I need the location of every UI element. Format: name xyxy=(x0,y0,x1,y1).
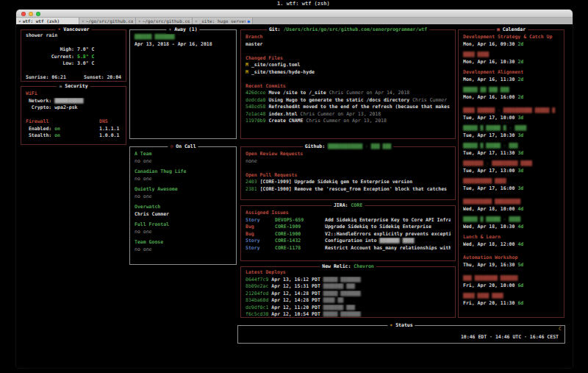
calendar-event: █████ █ █████ - ███ Tue, Apr 17, 11:30 3… xyxy=(463,143,559,157)
calendar-event: Automation Workshop Thu, Apr 19, 16:30 5… xyxy=(463,255,559,269)
event-date: Fri, Apr 20, 10:00 xyxy=(463,283,514,288)
desktop: { "desktop": { "window_title": "1. wtf: … xyxy=(0,0,588,373)
weather-low-value: 3.0° C xyxy=(77,60,94,66)
event-date: Tue, Apr 17, 16:00 xyxy=(463,185,514,191)
calendar-event: ██████████ █████████ Wed, Apr 18, 10:00 … xyxy=(463,199,559,213)
weather-low-label: Low: xyxy=(26,60,74,68)
newrelic-widget: New Relic: Chevron Latest Deploys 0644f7… xyxy=(240,266,456,318)
tab-close-icon[interactable]: × xyxy=(82,18,85,24)
weather-widget: ☂ Vancouver shower rain High:7.0° C Curr… xyxy=(21,29,126,82)
deploy-when: Apr 12, 10:54 PDT xyxy=(271,311,320,317)
calendar-event: Development Strategy & Catch Up Mon, Apr… xyxy=(463,34,559,48)
away-title: Away (1) xyxy=(174,26,197,32)
issue-key: CORE-1900 xyxy=(275,231,325,238)
oncall-team: A Team no one xyxy=(135,151,232,165)
issue-row: StoryCORE-1178Restrict Account has_many … xyxy=(245,245,451,252)
tab-close-icon[interactable]: × xyxy=(18,18,21,24)
sunrise-label: Sunrise: xyxy=(26,74,49,80)
terminal-content: ☂ Vancouver shower rain High:7.0° C Curr… xyxy=(16,24,573,368)
deploy-row: f6c5cd30Apr 12, 10:54 PDT█████ ███████ xyxy=(245,311,451,317)
event-countdown: 3d xyxy=(517,185,523,191)
issue-row: StoryDEVOPS-659Add Sidekiq Enterprise Ke… xyxy=(245,217,451,224)
network-value-redacted: ██████████ xyxy=(54,98,83,104)
commit-hash: 548ed58 xyxy=(245,104,265,110)
commit-row: 11970b9Create CNAMEChris Cummer on Apr 1… xyxy=(245,118,451,125)
recent-commits-header: Recent Commits xyxy=(245,83,451,90)
tab-close-icon[interactable]: × xyxy=(138,18,141,24)
calendar-event: Development Alignment Mon, Apr 16, 11:30… xyxy=(463,69,559,83)
deploy-hash: de9df0c1 xyxy=(245,305,268,310)
firewall-stealth-value: on xyxy=(54,132,60,138)
commit-message: RefreshedAt moved to the end of the refr… xyxy=(268,104,450,110)
issue-type: Bug xyxy=(245,224,275,231)
event-title-redacted: ████ ████ xyxy=(463,51,559,59)
team-person: no one xyxy=(135,158,232,166)
team-name: A Team xyxy=(135,151,232,158)
branch-name: master xyxy=(245,41,451,49)
issue-row: StoryCORE-1432Configuration into ███████… xyxy=(245,238,451,245)
event-title-redacted: ████ ████ ████ xyxy=(463,293,559,300)
calendar-widget: ▦ Calendar Development Strategy & Catch … xyxy=(458,29,564,318)
weather-icon: ☂ xyxy=(57,26,60,32)
event-title: Lunch & Learn xyxy=(463,234,559,241)
status-title: Status xyxy=(395,322,412,328)
tab-senor-1[interactable]: × ~/go/src/github.com/senor... xyxy=(79,18,136,24)
event-date: Tue, Apr 17, 11:30 xyxy=(463,150,514,156)
jira-title: JIRA: xyxy=(334,202,348,208)
weather-high-label: High: xyxy=(26,46,74,54)
deploy-hash: 21204fed xyxy=(245,291,268,296)
event-countdown: 4d xyxy=(517,241,523,247)
calendar-event: █████ █ █████ - ████ Wed, Apr 18, 10:30 … xyxy=(463,216,559,230)
tab-label: _site: hugo server (zsh) xyxy=(199,18,246,24)
commit-row: 426dceeMove /site to /_siteChris Cummer … xyxy=(245,90,451,97)
calendar-event: Lunch & Learn Wed, Apr 18, 12:00 4d xyxy=(463,234,559,248)
deploy-when: Apr 12, 14:28 PDT xyxy=(271,291,320,296)
deploy-row: de9df0c1Apr 12, 11:20 PDT███████ ███ xyxy=(245,305,451,312)
changed-files-header: Changed Files xyxy=(245,55,451,63)
team-person: no one xyxy=(135,229,232,236)
tab-label: ~/go/src/github.com/senor... xyxy=(86,18,133,24)
oncall-team: Overwatch Chris Cummer xyxy=(135,204,232,218)
deploy-when: Apr 12, 14:28 PDT xyxy=(271,297,320,303)
event-title-redacted: ████ ██████ - ██████████ █████ █ xyxy=(463,107,559,115)
team-person: Chris Cummer xyxy=(135,211,232,219)
close-button[interactable] xyxy=(21,12,26,16)
commit-hash: 7e1ac48 xyxy=(245,111,265,117)
titlebar[interactable] xyxy=(16,10,573,18)
zoom-button[interactable] xyxy=(36,12,40,16)
sunrise-value: 06:21 xyxy=(51,74,66,80)
security-widget: ☠ Security WiFi Network: ██████████ Cryp… xyxy=(21,86,126,145)
git-repo-path: /Users/chris/go/src/github.com/senorprog… xyxy=(283,26,427,32)
newrelic-title: New Relic: xyxy=(322,263,351,269)
event-countdown: 3d xyxy=(517,132,523,138)
review-requests-empty: none xyxy=(245,158,451,166)
deploy-by-redacted: ███████ ███ xyxy=(323,283,355,289)
firewall-header: Firewall xyxy=(26,118,99,126)
tab-senor-2[interactable]: × ~/go/src/github.com/senor... xyxy=(136,18,193,24)
deploy-row: 0644f7c9Apr 13, 16:12 PDT█████ ███████ xyxy=(245,277,451,284)
tab-wtf[interactable]: × wtf: wtf (zsh) xyxy=(16,18,79,24)
event-countdown: 4d xyxy=(517,224,523,230)
team-person: no one xyxy=(135,193,232,201)
moon-icon: ☾ xyxy=(559,326,562,332)
file-path: _site/config.toml xyxy=(251,62,301,68)
event-title: Development Strategy & Catch Up xyxy=(463,34,559,41)
tab-hugo-server[interactable]: × _site: hugo server (zsh) ● xyxy=(193,18,253,24)
tab-close-icon[interactable]: × xyxy=(195,18,198,24)
pull-requests-header: Open Pull Requests xyxy=(245,172,451,180)
event-date: Tue, Apr 17, 10:00 xyxy=(463,115,514,121)
event-countdown: 6d xyxy=(517,283,523,288)
tab-label: wtf: wtf (zsh) xyxy=(23,18,60,24)
weather-current-value: 5.8° C xyxy=(77,54,94,60)
network-label: Network: xyxy=(29,98,51,104)
event-date: Wed, Apr 18, 10:00 xyxy=(463,206,514,212)
minimize-button[interactable] xyxy=(29,12,33,16)
commit-message: Create CNAME xyxy=(268,118,303,124)
sunset-value: 20:04 xyxy=(107,74,121,80)
weather-high-value: 7.0° C xyxy=(77,46,94,52)
calendar-event: █████ █ █████ █ - ████ Tue, Apr 17, 10:3… xyxy=(463,125,559,139)
issue-title: Restrict Account has_many relationships … xyxy=(325,245,451,251)
event-date: Tue, Apr 17, 13:00 xyxy=(463,168,514,174)
deploy-when: Apr 12, 15:31 PDT xyxy=(271,283,320,289)
team-person: no one xyxy=(135,176,232,183)
